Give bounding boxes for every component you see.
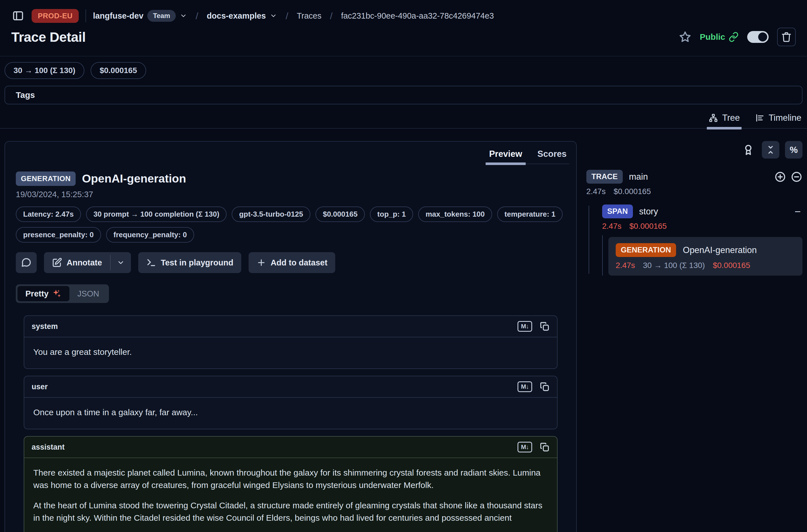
observation-meta-badges: Latency: 2.47s 30 prompt → 100 completio…	[16, 207, 565, 243]
collapse-all-button[interactable]	[762, 141, 780, 158]
copy-button[interactable]	[540, 321, 550, 331]
breadcrumb-separator: /	[328, 11, 334, 21]
org-plan-badge: Team	[147, 10, 176, 22]
breadcrumb-project[interactable]: docs-examples	[207, 11, 277, 21]
trace-latency: 2.47s	[586, 187, 606, 196]
markdown-toggle-icon[interactable]: M↓	[518, 442, 532, 453]
observation-title: OpenAI-generation	[82, 172, 186, 185]
token-usage-badge: 30 → 100 (Σ 130)	[4, 62, 85, 79]
markdown-toggle-icon[interactable]: M↓	[518, 321, 532, 332]
latency-badge: Latency: 2.47s	[16, 207, 81, 222]
breadcrumb: PROD-EU langfuse-dev Team / docs-example…	[0, 0, 807, 23]
format-toggle: Pretty JSON	[16, 284, 109, 303]
message-content: There existed a majestic planet called L…	[33, 467, 548, 491]
message-content: Once upon a time in a galaxy far, far aw…	[33, 406, 548, 419]
tree-node-span[interactable]: SPAN story −	[602, 205, 803, 218]
message-role-label: assistant	[32, 443, 64, 452]
delete-trace-button[interactable]	[777, 27, 796, 46]
breadcrumb-trace-id: fac231bc-90ee-490a-aa32-78c4269474e3	[341, 11, 494, 21]
star-icon	[679, 31, 691, 43]
format-json-segment[interactable]: JSON	[70, 286, 107, 301]
fold-vertical-icon	[766, 145, 776, 155]
presence-penalty-badge: presence_penalty: 0	[16, 227, 101, 243]
tree-guide-line	[602, 235, 603, 276]
message-system: system M↓ You are a great storyteller	[24, 315, 558, 369]
span-cost: $0.000165	[630, 222, 667, 231]
tab-timeline[interactable]: Timeline	[755, 113, 801, 128]
scores-ribbon-button[interactable]	[742, 144, 754, 156]
chevron-down-icon[interactable]	[180, 12, 187, 19]
add-to-dataset-button[interactable]: Add to dataset	[249, 252, 335, 273]
messages-list: system M↓ You are a great storyteller	[24, 315, 558, 532]
copy-icon	[540, 321, 550, 331]
copy-button[interactable]	[540, 442, 550, 452]
tree-guide-line	[588, 206, 589, 274]
sidebar-toggle-button[interactable]	[11, 9, 25, 23]
show-metrics-button[interactable]: %	[785, 141, 803, 158]
format-pretty-segment[interactable]: Pretty	[18, 286, 70, 301]
observation-timestamp: 19/03/2024, 15:25:37	[16, 190, 565, 199]
sparkles-icon	[52, 289, 61, 299]
zoom-out-button[interactable]	[791, 171, 803, 183]
chevron-down-icon	[117, 259, 125, 267]
page-title: Trace Detail	[11, 29, 86, 45]
generation-latency: 2.47s	[616, 261, 635, 270]
span-latency: 2.47s	[602, 222, 622, 231]
total-cost-badge: $0.000165	[91, 62, 146, 79]
trace-type-badge: TRACE	[586, 170, 623, 184]
plus-icon	[257, 258, 266, 267]
tab-scores[interactable]: Scores	[537, 147, 568, 164]
bookmark-star-button[interactable]	[679, 31, 691, 43]
tree-toolbar: %	[586, 141, 803, 158]
top-p-badge: top_p: 1	[370, 207, 413, 222]
view-tabs: Tree Timeline	[0, 104, 807, 129]
breadcrumb-separator: /	[284, 11, 290, 21]
max-tokens-badge: max_tokens: 100	[418, 207, 492, 222]
collapse-node-button[interactable]: −	[794, 206, 803, 217]
page-header: Trace Detail Public	[0, 23, 807, 56]
trash-icon	[781, 32, 792, 42]
public-toggle[interactable]	[747, 31, 769, 43]
tab-preview[interactable]: Preview	[488, 147, 523, 164]
observation-type-badge: GENERATION	[16, 171, 76, 186]
panel-left-icon	[12, 10, 24, 22]
message-content: At the heart of Lumina stood the towerin…	[33, 499, 548, 524]
breadcrumb-org[interactable]: langfuse-dev Team	[93, 10, 187, 22]
generation-name: OpenAI-generation	[683, 245, 757, 255]
trace-name: main	[629, 172, 648, 182]
copy-button[interactable]	[540, 382, 550, 392]
breadcrumb-traces-link[interactable]: Traces	[297, 11, 322, 21]
tags-label: Tags	[16, 90, 35, 99]
tree-view-icon	[709, 113, 718, 123]
frequency-penalty-badge: frequency_penalty: 0	[106, 227, 194, 243]
generation-type-badge: GENERATION	[616, 243, 676, 257]
message-user: user M↓ Once upon a time in a galaxy	[24, 376, 558, 429]
tree-node-generation-selected[interactable]: GENERATION OpenAI-generation 2.47s 30 → …	[608, 237, 803, 276]
comment-button[interactable]	[16, 252, 37, 273]
annotate-dropdown-button[interactable]	[111, 252, 131, 273]
annotate-button[interactable]: Annotate	[44, 252, 110, 273]
timeline-icon	[755, 113, 765, 123]
cost-badge: $0.000165	[316, 207, 365, 222]
link-icon	[729, 32, 739, 42]
tags-container[interactable]: Tags	[4, 86, 803, 104]
public-share-link[interactable]: Public	[700, 32, 739, 42]
zoom-in-button[interactable]	[774, 171, 786, 183]
chevron-down-icon[interactable]	[270, 12, 277, 19]
generation-cost: $0.000165	[713, 261, 750, 270]
comment-icon	[21, 257, 32, 268]
test-in-playground-button[interactable]: Test in playground	[138, 252, 241, 273]
tree-node-trace[interactable]: TRACE main	[586, 170, 803, 184]
generation-tokens: 30 → 100 (Σ 130)	[643, 261, 705, 270]
copy-icon	[540, 382, 550, 392]
breadcrumb-separator: /	[194, 11, 200, 21]
tab-tree[interactable]: Tree	[709, 113, 740, 128]
award-ribbon-icon	[742, 144, 754, 156]
span-metrics: 2.47s $0.000165	[602, 222, 803, 231]
span-type-badge: SPAN	[602, 205, 633, 218]
observation-preview-card: Preview Scores GENERATION OpenAI-generat…	[4, 141, 577, 532]
copy-icon	[540, 442, 550, 452]
markdown-toggle-icon[interactable]: M↓	[518, 381, 532, 392]
message-role-label: user	[32, 382, 48, 391]
message-role-label: system	[32, 322, 58, 331]
